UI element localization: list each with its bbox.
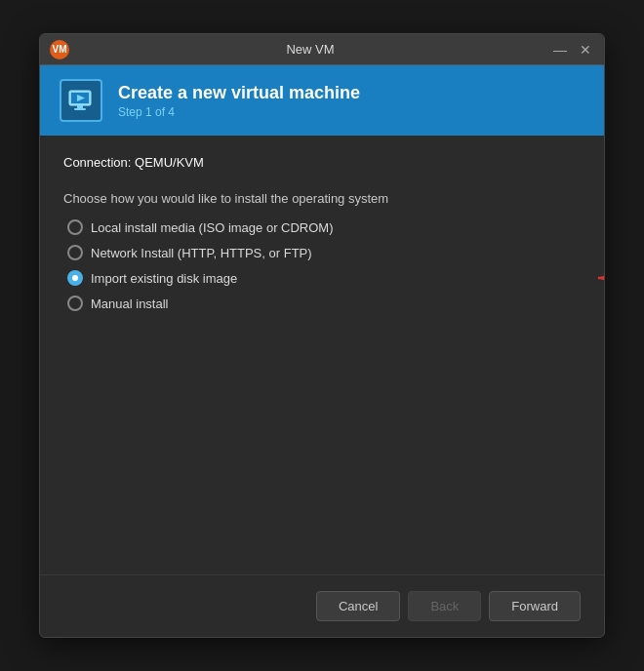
radio-manual[interactable] (67, 296, 83, 311)
radio-import[interactable] (67, 270, 83, 286)
option-manual-label: Manual install (91, 296, 169, 311)
option-local-label: Local install media (ISO image or CDROM) (91, 220, 334, 235)
vm-screen-icon (67, 87, 95, 114)
window-title: New VM (69, 42, 551, 57)
minimize-button[interactable]: — (551, 43, 569, 57)
install-options: Local install media (ISO image or CDROM)… (67, 219, 581, 311)
app-logo: VM (50, 40, 69, 59)
radio-network[interactable] (67, 245, 83, 260)
cancel-button[interactable]: Cancel (316, 591, 400, 621)
content-area: Connection: QEMU/KVM Choose how you woul… (40, 136, 604, 574)
titlebar: VM New VM — ✕ (40, 34, 604, 65)
option-import-label: Import existing disk image (91, 271, 237, 286)
header-text: Create a new virtual machine Step 1 of 4 (118, 83, 360, 119)
arrow-annotation (588, 264, 605, 292)
new-vm-window: VM New VM — ✕ Create a new virtual machi… (39, 33, 605, 638)
forward-button[interactable]: Forward (489, 591, 581, 621)
footer: Cancel Back Forward (40, 574, 604, 637)
connection-line: Connection: QEMU/KVM (63, 155, 581, 170)
option-import[interactable]: Import existing disk image (67, 270, 581, 286)
header-title: Create a new virtual machine (118, 83, 360, 103)
vm-icon (60, 79, 102, 122)
close-button[interactable]: ✕ (577, 43, 594, 57)
radio-local[interactable] (67, 219, 83, 235)
svg-rect-3 (77, 105, 83, 108)
option-manual[interactable]: Manual install (67, 296, 581, 311)
window-controls: — ✕ (551, 43, 594, 57)
header-banner: Create a new virtual machine Step 1 of 4 (40, 65, 604, 136)
svg-rect-4 (74, 108, 86, 110)
radio-import-dot (72, 275, 78, 281)
option-network[interactable]: Network Install (HTTP, HTTPS, or FTP) (67, 245, 581, 260)
back-button[interactable]: Back (408, 591, 481, 621)
step-indicator: Step 1 of 4 (118, 105, 360, 119)
choose-label: Choose how you would like to install the… (63, 191, 581, 206)
option-local[interactable]: Local install media (ISO image or CDROM) (67, 219, 581, 235)
option-network-label: Network Install (HTTP, HTTPS, or FTP) (91, 246, 312, 260)
